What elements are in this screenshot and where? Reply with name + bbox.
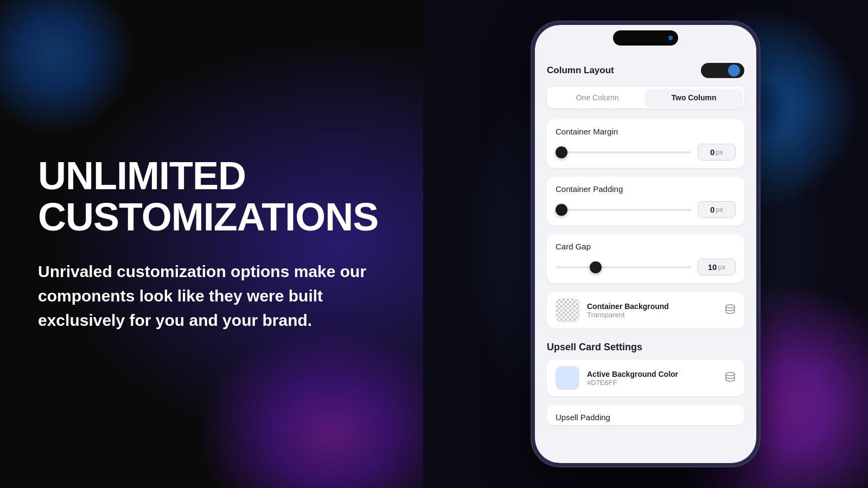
container-padding-value-box: 0 px (698, 201, 736, 218)
tab-switcher[interactable]: One Column Two Column (547, 87, 744, 108)
card-gap-value: 10 (708, 262, 717, 272)
container-background-section: Container Background Transparent (547, 292, 744, 329)
container-background-db-icon[interactable] (725, 304, 736, 317)
active-bg-color-row: Active Background Color #D7E6FF (547, 359, 744, 396)
active-bg-color-section: Active Background Color #D7E6FF (547, 359, 744, 396)
svg-point-1 (726, 373, 735, 376)
toggle-switch[interactable] (701, 63, 744, 78)
column-layout-title: Column Layout (547, 65, 614, 76)
container-padding-value: 0 (710, 205, 714, 214)
card-gap-slider[interactable] (556, 266, 691, 268)
left-panel: UNLIMITED CUSTOMIZATIONS Unrivaled custo… (0, 0, 423, 488)
slider-track-gap (556, 266, 691, 268)
container-margin-section: Container Margin 0 px (547, 119, 744, 168)
slider-thumb-margin[interactable] (556, 146, 567, 158)
slider-track-padding (556, 209, 691, 211)
checker-pattern (556, 298, 579, 322)
phone-notch (613, 30, 678, 46)
active-bg-color-info: Active Background Color #D7E6FF (587, 370, 717, 387)
slider-track-margin (556, 151, 691, 153)
toggle-knob (728, 65, 740, 76)
phone-mockup: Column Layout One Column Two Column Cont… (532, 22, 760, 466)
hero-title: UNLIMITED CUSTOMIZATIONS (38, 156, 385, 237)
container-padding-label: Container Padding (547, 177, 744, 197)
upsell-card-settings-header: Upsell Card Settings (547, 337, 744, 359)
container-margin-label: Container Margin (547, 119, 744, 139)
card-gap-section: Card Gap 10 px (547, 234, 744, 283)
tab-one-column[interactable]: One Column (549, 89, 646, 106)
active-bg-color-swatch[interactable] (556, 366, 579, 390)
notch-camera-dot (668, 36, 673, 40)
container-margin-unit: px (716, 148, 723, 156)
card-gap-slider-row: 10 px (547, 254, 744, 283)
container-background-info: Container Background Transparent (587, 302, 717, 319)
card-gap-unit: px (718, 263, 725, 271)
container-background-value: Transparent (587, 311, 717, 319)
phone-content[interactable]: Column Layout One Column Two Column Cont… (535, 52, 756, 436)
tab-two-column[interactable]: Two Column (646, 89, 742, 106)
active-bg-color-preview (556, 366, 579, 390)
upsell-padding-section: Upsell Padding (547, 405, 744, 425)
svg-point-0 (726, 305, 735, 308)
slider-thumb-gap[interactable] (590, 261, 602, 273)
container-margin-slider-row: 0 px (547, 139, 744, 168)
container-background-name: Container Background (587, 302, 717, 311)
card-gap-value-box: 10 px (698, 259, 736, 275)
container-margin-value-box: 0 px (698, 144, 736, 160)
container-padding-slider[interactable] (556, 209, 691, 211)
active-bg-color-db-icon[interactable] (725, 371, 736, 385)
container-padding-section: Container Padding 0 px (547, 177, 744, 226)
container-margin-value: 0 (710, 147, 714, 157)
container-background-swatch[interactable] (556, 298, 579, 322)
phone-screen: Column Layout One Column Two Column Cont… (535, 25, 756, 463)
card-gap-label: Card Gap (547, 234, 744, 254)
container-padding-slider-row: 0 px (547, 197, 744, 226)
active-bg-color-value: #D7E6FF (587, 378, 717, 387)
upsell-padding-label: Upsell Padding (547, 405, 744, 425)
slider-thumb-padding[interactable] (556, 204, 567, 216)
hero-subtitle: Unrivaled customization options make our… (38, 259, 374, 332)
active-bg-color-label: Active Background Color (587, 370, 717, 378)
column-layout-header: Column Layout (547, 63, 744, 78)
right-panel: Column Layout One Column Two Column Cont… (423, 0, 868, 488)
container-margin-slider[interactable] (556, 151, 691, 153)
container-padding-unit: px (716, 206, 723, 214)
container-background-row: Container Background Transparent (547, 292, 744, 329)
